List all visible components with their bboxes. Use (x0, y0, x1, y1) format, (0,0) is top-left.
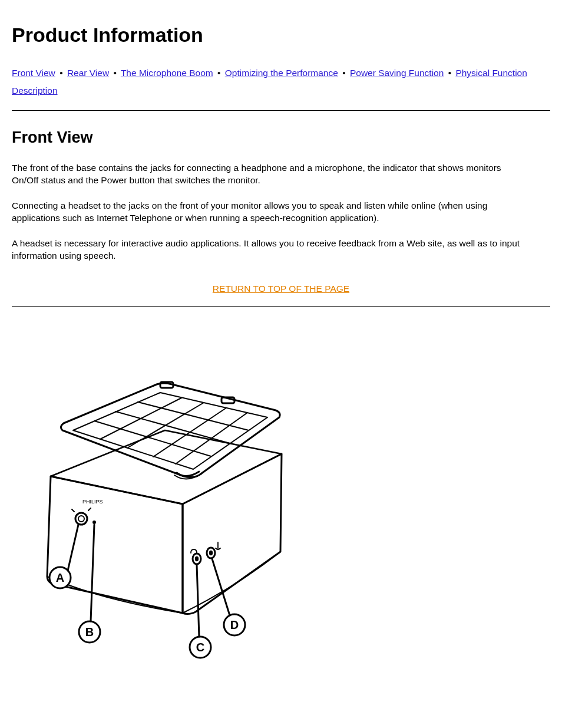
svg-line-20 (68, 525, 78, 571)
nav-separator: • (216, 64, 222, 82)
svg-line-24 (197, 565, 199, 637)
nav-link-optimizing-performance[interactable]: Optimizing the Performance (225, 68, 338, 78)
body-paragraph: A headset is necessary for interactive a… (12, 238, 530, 262)
nav-link-microphone-boom[interactable]: The Microphone Boom (121, 68, 213, 78)
divider (12, 306, 550, 307)
callout-label-d: D (230, 618, 239, 631)
svg-line-6 (138, 402, 249, 430)
divider (12, 110, 550, 111)
page-title: Product Information (12, 24, 550, 47)
svg-point-17 (209, 550, 213, 555)
svg-line-22 (91, 525, 94, 621)
svg-line-13 (88, 508, 91, 510)
callout-label-b: B (85, 625, 94, 638)
callout-label-c: C (196, 641, 204, 654)
product-diagram: PHILIPS A B (12, 323, 550, 665)
svg-line-12 (72, 509, 74, 512)
section-heading-front-view: Front View (12, 129, 550, 147)
svg-line-5 (115, 411, 230, 443)
nav-separator: • (340, 64, 347, 82)
nav-link-rear-view[interactable]: Rear View (67, 68, 109, 78)
svg-point-11 (92, 521, 96, 524)
nav-separator: • (447, 64, 453, 82)
nav-separator: • (111, 64, 118, 82)
brand-text: PHILIPS (82, 499, 103, 505)
nav-link-front-view[interactable]: Front View (12, 68, 55, 78)
svg-point-15 (195, 556, 199, 561)
return-to-top-link[interactable]: RETURN TO TOP OF THE PAGE (213, 284, 349, 294)
nav-separator: • (58, 64, 64, 82)
callout-label-a: A (56, 571, 64, 584)
body-paragraph: Connecting a headset to the jacks on the… (12, 200, 530, 225)
nav-link-power-saving[interactable]: Power Saving Function (350, 68, 444, 78)
svg-line-26 (212, 559, 230, 615)
body-paragraph: The front of the base contains the jacks… (12, 162, 530, 187)
return-top-container: RETURN TO TOP OF THE PAGE (12, 284, 550, 294)
nav-links: Front View • Rear View • The Microphone … (12, 64, 530, 100)
svg-point-9 (75, 513, 87, 525)
